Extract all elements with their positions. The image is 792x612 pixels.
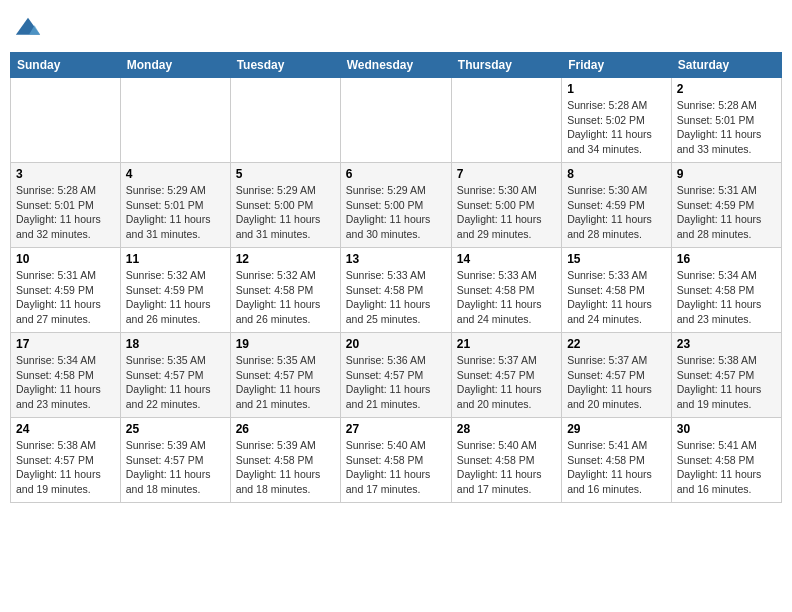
day-info: Sunrise: 5:39 AM Sunset: 4:58 PM Dayligh…	[236, 438, 335, 497]
calendar-cell: 28Sunrise: 5:40 AM Sunset: 4:58 PM Dayli…	[451, 418, 561, 503]
calendar-cell: 23Sunrise: 5:38 AM Sunset: 4:57 PM Dayli…	[671, 333, 781, 418]
day-number: 30	[677, 422, 776, 436]
calendar-cell: 17Sunrise: 5:34 AM Sunset: 4:58 PM Dayli…	[11, 333, 121, 418]
day-number: 27	[346, 422, 446, 436]
calendar-cell: 25Sunrise: 5:39 AM Sunset: 4:57 PM Dayli…	[120, 418, 230, 503]
calendar-cell: 14Sunrise: 5:33 AM Sunset: 4:58 PM Dayli…	[451, 248, 561, 333]
calendar-cell: 4Sunrise: 5:29 AM Sunset: 5:01 PM Daylig…	[120, 163, 230, 248]
day-info: Sunrise: 5:29 AM Sunset: 5:01 PM Dayligh…	[126, 183, 225, 242]
calendar-cell: 20Sunrise: 5:36 AM Sunset: 4:57 PM Dayli…	[340, 333, 451, 418]
calendar-week-row: 24Sunrise: 5:38 AM Sunset: 4:57 PM Dayli…	[11, 418, 782, 503]
calendar-cell: 30Sunrise: 5:41 AM Sunset: 4:58 PM Dayli…	[671, 418, 781, 503]
calendar-cell	[451, 78, 561, 163]
day-number: 2	[677, 82, 776, 96]
day-info: Sunrise: 5:33 AM Sunset: 4:58 PM Dayligh…	[457, 268, 556, 327]
day-number: 29	[567, 422, 666, 436]
day-number: 8	[567, 167, 666, 181]
day-info: Sunrise: 5:28 AM Sunset: 5:01 PM Dayligh…	[16, 183, 115, 242]
day-info: Sunrise: 5:32 AM Sunset: 4:58 PM Dayligh…	[236, 268, 335, 327]
day-number: 23	[677, 337, 776, 351]
calendar-cell: 22Sunrise: 5:37 AM Sunset: 4:57 PM Dayli…	[562, 333, 672, 418]
calendar-cell	[11, 78, 121, 163]
day-info: Sunrise: 5:34 AM Sunset: 4:58 PM Dayligh…	[16, 353, 115, 412]
day-number: 21	[457, 337, 556, 351]
calendar-cell: 7Sunrise: 5:30 AM Sunset: 5:00 PM Daylig…	[451, 163, 561, 248]
day-info: Sunrise: 5:41 AM Sunset: 4:58 PM Dayligh…	[567, 438, 666, 497]
day-number: 28	[457, 422, 556, 436]
day-info: Sunrise: 5:39 AM Sunset: 4:57 PM Dayligh…	[126, 438, 225, 497]
day-info: Sunrise: 5:37 AM Sunset: 4:57 PM Dayligh…	[457, 353, 556, 412]
calendar-cell: 6Sunrise: 5:29 AM Sunset: 5:00 PM Daylig…	[340, 163, 451, 248]
weekday-header: Friday	[562, 53, 672, 78]
day-number: 7	[457, 167, 556, 181]
day-number: 24	[16, 422, 115, 436]
day-info: Sunrise: 5:28 AM Sunset: 5:02 PM Dayligh…	[567, 98, 666, 157]
day-info: Sunrise: 5:33 AM Sunset: 4:58 PM Dayligh…	[346, 268, 446, 327]
day-number: 6	[346, 167, 446, 181]
page-header	[10, 10, 782, 44]
calendar-cell: 8Sunrise: 5:30 AM Sunset: 4:59 PM Daylig…	[562, 163, 672, 248]
day-number: 22	[567, 337, 666, 351]
day-info: Sunrise: 5:35 AM Sunset: 4:57 PM Dayligh…	[236, 353, 335, 412]
calendar-cell: 18Sunrise: 5:35 AM Sunset: 4:57 PM Dayli…	[120, 333, 230, 418]
calendar-cell	[230, 78, 340, 163]
day-number: 15	[567, 252, 666, 266]
day-number: 17	[16, 337, 115, 351]
day-info: Sunrise: 5:28 AM Sunset: 5:01 PM Dayligh…	[677, 98, 776, 157]
day-info: Sunrise: 5:31 AM Sunset: 4:59 PM Dayligh…	[16, 268, 115, 327]
day-number: 10	[16, 252, 115, 266]
day-info: Sunrise: 5:33 AM Sunset: 4:58 PM Dayligh…	[567, 268, 666, 327]
day-info: Sunrise: 5:41 AM Sunset: 4:58 PM Dayligh…	[677, 438, 776, 497]
calendar-week-row: 3Sunrise: 5:28 AM Sunset: 5:01 PM Daylig…	[11, 163, 782, 248]
calendar-cell: 2Sunrise: 5:28 AM Sunset: 5:01 PM Daylig…	[671, 78, 781, 163]
day-number: 5	[236, 167, 335, 181]
calendar-cell	[340, 78, 451, 163]
day-info: Sunrise: 5:31 AM Sunset: 4:59 PM Dayligh…	[677, 183, 776, 242]
weekday-header: Saturday	[671, 53, 781, 78]
day-info: Sunrise: 5:38 AM Sunset: 4:57 PM Dayligh…	[677, 353, 776, 412]
day-info: Sunrise: 5:30 AM Sunset: 5:00 PM Dayligh…	[457, 183, 556, 242]
weekday-header: Tuesday	[230, 53, 340, 78]
weekday-header: Thursday	[451, 53, 561, 78]
day-number: 1	[567, 82, 666, 96]
day-number: 9	[677, 167, 776, 181]
calendar-cell: 19Sunrise: 5:35 AM Sunset: 4:57 PM Dayli…	[230, 333, 340, 418]
logo	[14, 16, 46, 44]
day-number: 16	[677, 252, 776, 266]
calendar-week-row: 1Sunrise: 5:28 AM Sunset: 5:02 PM Daylig…	[11, 78, 782, 163]
calendar-cell: 15Sunrise: 5:33 AM Sunset: 4:58 PM Dayli…	[562, 248, 672, 333]
day-number: 11	[126, 252, 225, 266]
day-info: Sunrise: 5:37 AM Sunset: 4:57 PM Dayligh…	[567, 353, 666, 412]
day-number: 20	[346, 337, 446, 351]
calendar-cell: 13Sunrise: 5:33 AM Sunset: 4:58 PM Dayli…	[340, 248, 451, 333]
day-info: Sunrise: 5:29 AM Sunset: 5:00 PM Dayligh…	[236, 183, 335, 242]
calendar-cell: 10Sunrise: 5:31 AM Sunset: 4:59 PM Dayli…	[11, 248, 121, 333]
day-number: 4	[126, 167, 225, 181]
day-info: Sunrise: 5:40 AM Sunset: 4:58 PM Dayligh…	[346, 438, 446, 497]
day-info: Sunrise: 5:35 AM Sunset: 4:57 PM Dayligh…	[126, 353, 225, 412]
calendar-cell: 3Sunrise: 5:28 AM Sunset: 5:01 PM Daylig…	[11, 163, 121, 248]
day-number: 18	[126, 337, 225, 351]
day-number: 25	[126, 422, 225, 436]
calendar-cell: 21Sunrise: 5:37 AM Sunset: 4:57 PM Dayli…	[451, 333, 561, 418]
day-number: 13	[346, 252, 446, 266]
calendar-cell: 16Sunrise: 5:34 AM Sunset: 4:58 PM Dayli…	[671, 248, 781, 333]
calendar-cell	[120, 78, 230, 163]
day-info: Sunrise: 5:30 AM Sunset: 4:59 PM Dayligh…	[567, 183, 666, 242]
calendar-cell: 12Sunrise: 5:32 AM Sunset: 4:58 PM Dayli…	[230, 248, 340, 333]
calendar-cell: 26Sunrise: 5:39 AM Sunset: 4:58 PM Dayli…	[230, 418, 340, 503]
day-number: 12	[236, 252, 335, 266]
logo-icon	[14, 16, 42, 44]
calendar-cell: 1Sunrise: 5:28 AM Sunset: 5:02 PM Daylig…	[562, 78, 672, 163]
calendar-cell: 11Sunrise: 5:32 AM Sunset: 4:59 PM Dayli…	[120, 248, 230, 333]
day-info: Sunrise: 5:29 AM Sunset: 5:00 PM Dayligh…	[346, 183, 446, 242]
calendar-cell: 29Sunrise: 5:41 AM Sunset: 4:58 PM Dayli…	[562, 418, 672, 503]
day-info: Sunrise: 5:34 AM Sunset: 4:58 PM Dayligh…	[677, 268, 776, 327]
calendar-week-row: 10Sunrise: 5:31 AM Sunset: 4:59 PM Dayli…	[11, 248, 782, 333]
calendar-cell: 27Sunrise: 5:40 AM Sunset: 4:58 PM Dayli…	[340, 418, 451, 503]
calendar-header-row: SundayMondayTuesdayWednesdayThursdayFrid…	[11, 53, 782, 78]
day-number: 26	[236, 422, 335, 436]
weekday-header: Monday	[120, 53, 230, 78]
day-number: 19	[236, 337, 335, 351]
day-number: 3	[16, 167, 115, 181]
